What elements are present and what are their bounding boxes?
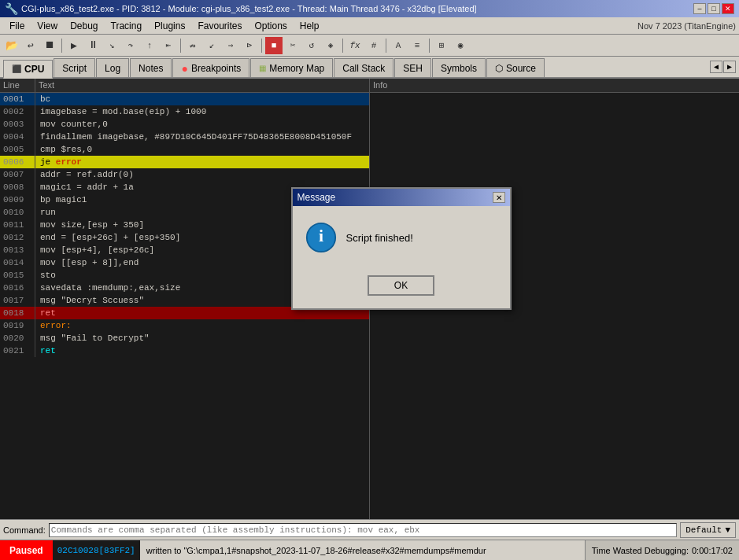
modal-ok-button[interactable]: OK [368, 275, 434, 296]
modal-close-button[interactable]: ✕ [493, 192, 505, 203]
svg-text:i: i [318, 227, 323, 245]
modal-message-text: Script finished! [346, 232, 413, 244]
modal-titlebar: Message ✕ [293, 189, 510, 206]
modal-footer: OK [293, 269, 510, 308]
modal-overlay: Message ✕ i Script finished! OK [0, 0, 739, 560]
modal-body: i Script finished! [293, 206, 510, 269]
modal-info-icon: i [305, 222, 337, 253]
message-dialog: Message ✕ i Script finished! OK [291, 187, 512, 310]
modal-title: Message [297, 192, 336, 203]
